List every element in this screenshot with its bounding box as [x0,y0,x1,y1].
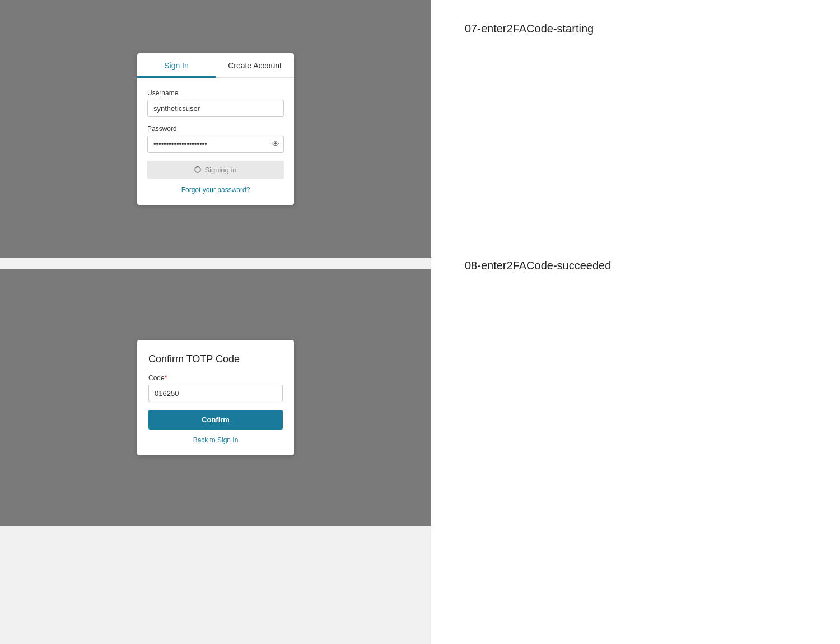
scenario-box-2: Confirm TOTP Code Code* Confirm Back to … [0,269,431,526]
password-wrapper: 👁 [147,136,284,153]
totp-code-input[interactable] [148,385,283,402]
code-label: Code* [148,374,283,382]
spinner-icon [194,166,201,173]
password-label: Password [147,125,284,133]
password-group: Password 👁 [147,125,284,153]
totp-title: Confirm TOTP Code [148,353,283,365]
code-label-text: Code [148,374,165,382]
eye-icon[interactable]: 👁 [272,139,279,148]
totp-card: Confirm TOTP Code Code* Confirm Back to … [137,340,294,455]
scenario-label-2: 08-enter2FACode-succeeded [465,259,806,272]
scenario-label-2-spacer: 08-enter2FACode-succeeded [465,259,806,272]
back-to-signin-link[interactable]: Back to Sign In [148,436,283,444]
password-input[interactable] [147,136,284,153]
confirm-button[interactable]: Confirm [148,410,283,430]
signing-in-button: Signing in [147,161,284,179]
username-label: Username [147,89,284,97]
required-star: * [165,374,167,382]
scenario-label-1: 07-enter2FACode-starting [465,22,806,35]
username-input[interactable] [147,100,284,117]
auth-tabs: Sign In Create Account [137,53,294,78]
forgot-password-link[interactable]: Forgot your password? [147,186,284,194]
username-group: Username [147,89,284,117]
signing-in-label: Signing in [204,166,236,174]
gap-divider [0,258,431,269]
signin-form-body: Username Password 👁 Signing in [137,78,294,205]
scenario-box-1: Sign In Create Account Username Password… [0,0,431,258]
tab-signin[interactable]: Sign In [137,53,216,77]
tab-create-account[interactable]: Create Account [216,53,294,77]
signin-card: Sign In Create Account Username Password… [137,53,294,205]
right-panel: 07-enter2FACode-starting 08-enter2FACode… [431,0,840,644]
code-group: Code* [148,374,283,402]
